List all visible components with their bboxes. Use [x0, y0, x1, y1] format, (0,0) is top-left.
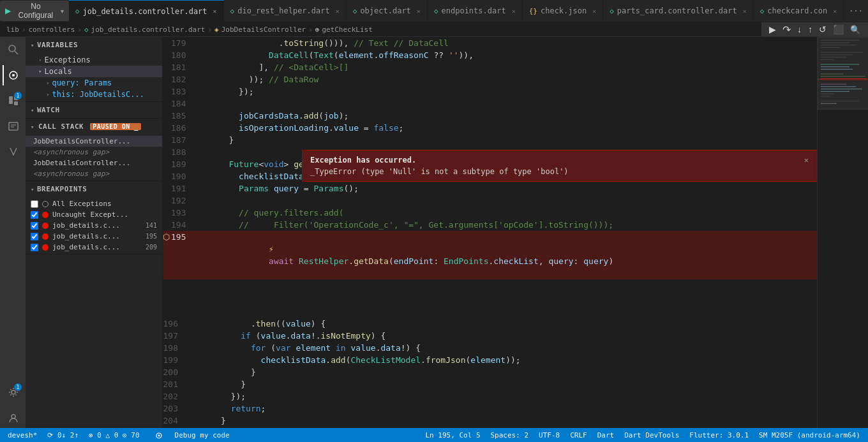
query-var[interactable]: › query: Params	[26, 77, 162, 89]
line-code: .toString())), // Text // DataCell	[196, 37, 817, 49]
bp-dot-file0	[42, 223, 49, 229]
callstack-header[interactable]: ▾ CALL STACK PAUSED ON _	[26, 119, 162, 135]
breakpoints-header[interactable]: ▾ BREAKPOINTS	[26, 181, 162, 197]
tab-close-icon[interactable]: ✕	[833, 8, 837, 15]
line-code: // Filter('OperationCode_c', "=", Get.ar…	[196, 219, 817, 231]
debug-search-button[interactable]: 🔍	[848, 24, 863, 36]
line-code: DataCell(Text(element.offReasonC ?? ''))…	[196, 49, 817, 61]
debug-icon	[155, 432, 163, 439]
bp-file-0[interactable]: job_details.c... 141	[26, 220, 162, 231]
exceptions-item[interactable]: › Exceptions	[26, 54, 162, 66]
svg-line-1	[15, 51, 18, 54]
flutter-item[interactable]: Flutter: 3.0.1	[687, 431, 751, 439]
breadcrumb-class[interactable]: JobDetailsController	[221, 26, 306, 34]
run-icon: ▶	[5, 6, 11, 15]
tab-parts-card[interactable]: ◇ parts_card.controller.dart ✕	[603, 0, 754, 22]
exception-popup: Exception has occurred. ✕ _TypeError (ty…	[302, 150, 817, 182]
run-config-button[interactable]: ▶ No Configural ▾	[0, 1, 69, 21]
code-editor[interactable]: 179 .toString())), // Text // DataCell 1…	[163, 37, 817, 428]
tab-dio-rest[interactable]: ◇ dio_rest_helper.dart ✕	[224, 0, 347, 22]
uncaught-exceptions-bp[interactable]: Uncaught Except...	[26, 209, 162, 220]
tab-object[interactable]: ◇ object.dart ✕	[347, 0, 428, 22]
activity-gear[interactable]: 1	[3, 382, 23, 402]
code-table-after: 196 .then((value) { 197 if (value.data!.…	[163, 318, 817, 428]
line-ending-item[interactable]: CRLF	[567, 431, 590, 439]
all-exceptions-bp[interactable]: All Exceptions	[26, 198, 162, 209]
activity-test[interactable]	[3, 142, 23, 162]
line-row: 194 // Filter('OperationCode_c', "=", Ge…	[163, 219, 817, 231]
tab-label: check.json	[541, 6, 587, 15]
variables-header[interactable]: ▾ VARIABLES	[26, 37, 162, 53]
breadcrumb-class-icon: ◈	[214, 26, 219, 34]
tab-check-json[interactable]: {} check.json ✕	[523, 0, 604, 22]
sync-item[interactable]: ⟳ 0↓ 2↑	[45, 431, 81, 439]
devtools-item[interactable]: Dart DevTools	[622, 431, 682, 439]
all-exceptions-checkbox[interactable]	[31, 200, 38, 208]
minimap[interactable]	[817, 37, 868, 428]
watch-header[interactable]: ▾ WATCH	[26, 102, 162, 118]
bp-file-2[interactable]: job_details.c... 209	[26, 242, 162, 253]
stack-frame-1[interactable]: JobDetailsController...	[26, 158, 162, 168]
uncaught-exceptions-checkbox[interactable]	[31, 211, 38, 219]
line-row: 192	[163, 195, 817, 207]
debug-restart-button[interactable]: ↺	[816, 23, 829, 36]
line-row: 202 });	[163, 390, 817, 402]
activity-extensions[interactable]: 1	[3, 91, 23, 111]
line-number: 197	[163, 330, 188, 342]
device-item[interactable]: SM M205F (android-arm64)	[756, 431, 863, 439]
bp-file-1-checkbox[interactable]	[31, 233, 38, 240]
exception-close-button[interactable]: ✕	[804, 156, 809, 165]
bp-file-1[interactable]: job_details.c... 195	[26, 231, 162, 242]
breadcrumb-method[interactable]: getCheckList	[322, 26, 372, 34]
tab-close-icon[interactable]: ✕	[417, 8, 421, 15]
activity-account[interactable]	[3, 408, 23, 428]
tab-job-details[interactable]: ◇ job_details.controller.dart ✕	[69, 0, 224, 22]
activity-search[interactable]	[3, 40, 23, 60]
breadcrumb-controllers[interactable]: controllers	[29, 26, 75, 34]
encoding-item[interactable]: UTF-8	[536, 431, 562, 439]
debug-stop-button[interactable]: ⬛	[830, 23, 846, 36]
debug-step-out-button[interactable]: ↑	[805, 23, 815, 36]
position-item[interactable]: Ln 195, Col 5	[423, 431, 483, 439]
debug-continue-button[interactable]: ▶	[767, 23, 779, 36]
debug-step-over-button[interactable]: ↷	[780, 22, 793, 37]
line-code: });	[188, 390, 817, 402]
line-number: 196	[163, 318, 188, 330]
tab-checkcard[interactable]: ◇ checkcard.con ✕	[754, 0, 844, 22]
breadcrumb-lib[interactable]: lib	[6, 26, 19, 34]
variables-content: › Exceptions ▾ Locals › query: Params › …	[26, 53, 162, 101]
bp-file-2-checkbox[interactable]	[31, 244, 38, 251]
tab-endpoints[interactable]: ◇ endpoints.dart ✕	[428, 0, 523, 22]
line-row: 203 return;	[163, 402, 817, 415]
line-code: .then((value) {	[188, 318, 817, 330]
tab-close-icon[interactable]: ✕	[743, 8, 747, 15]
status-right: Ln 195, Col 5 Spaces: 2 UTF-8 CRLF Dart …	[423, 431, 863, 439]
line-code: ], // <DataCell>[]	[196, 61, 817, 73]
line-number: 181	[163, 61, 196, 73]
bp-file-0-checkbox[interactable]	[31, 222, 38, 230]
git-branch-item[interactable]: devesh*	[5, 431, 40, 439]
tab-close-icon[interactable]: ✕	[512, 8, 516, 15]
stack-frame-0[interactable]: JobDetailsController...	[26, 136, 162, 147]
tab-close-icon[interactable]: ✕	[213, 8, 217, 15]
more-tabs-button[interactable]: ···	[844, 6, 868, 15]
activity-explorer[interactable]	[3, 116, 23, 136]
spaces-item[interactable]: Spaces: 2	[488, 431, 532, 439]
line-number: 204	[163, 415, 188, 427]
line-code: jobCardsData.add(job);	[196, 110, 817, 122]
breadcrumb-filename[interactable]: job_details.controller.dart	[91, 26, 206, 34]
tab-close-icon[interactable]: ✕	[336, 8, 340, 15]
line-code: for (var element in value.data!) {	[188, 342, 817, 354]
tab-close-icon[interactable]: ✕	[592, 8, 596, 15]
line-row: 179 .toString())), // Text // DataCell	[163, 37, 817, 49]
activity-debug[interactable]	[3, 65, 23, 85]
debug-step-into-button[interactable]: ↓	[795, 23, 804, 36]
locals-item[interactable]: ▾ Locals	[26, 66, 162, 77]
chevron-right-icon: ›	[38, 57, 41, 63]
this-var[interactable]: › this: JobDetailsC...	[26, 89, 162, 100]
debug-mode-item[interactable]: Debug my code	[172, 431, 232, 439]
errors-item[interactable]: ⊗ 0 △ 0 ⊙ 70	[86, 431, 142, 439]
line-code: ⚡ await RestHelper.getData(endPoint: End…	[196, 231, 817, 279]
language-item[interactable]: Dart	[595, 431, 617, 439]
line-row: 185 jobCardsData.add(job);	[163, 110, 817, 122]
